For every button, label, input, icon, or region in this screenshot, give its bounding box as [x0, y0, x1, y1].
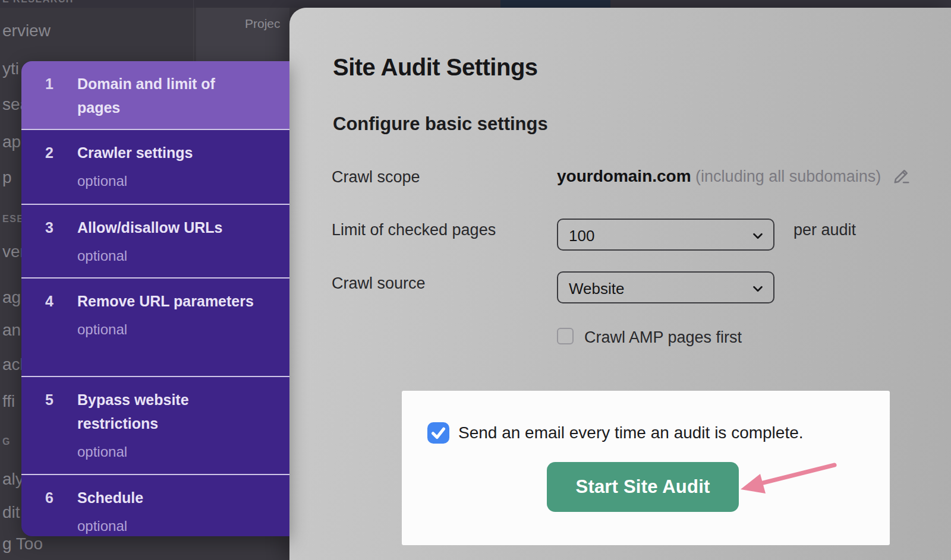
sidebar-fragment: ap [2, 132, 21, 151]
sidebar-fragment: G [2, 436, 11, 447]
step-title: Allow/disallow URLs [77, 216, 262, 239]
step-title: Bypass website restrictions [77, 388, 262, 435]
step-title: Domain and limit of pages [77, 72, 262, 119]
section-heading: Configure basic settings [333, 113, 548, 135]
crawl-source-label: Crawl source [332, 274, 426, 293]
crawl-amp-label: Crawl AMP pages first [584, 328, 742, 347]
email-notify-checkbox[interactable] [427, 422, 449, 444]
step-schedule[interactable]: 6 Schedule optional [21, 474, 289, 536]
edit-pencil-icon[interactable] [893, 167, 911, 189]
active-tab-strip [500, 0, 610, 8]
step-title: Schedule [77, 486, 262, 510]
crawl-scope-note: (including all subdomains) [695, 167, 881, 185]
step-crawler-settings[interactable]: 2 Crawler settings optional [21, 129, 289, 204]
step-bypass-website-restrictions[interactable]: 5 Bypass website restrictions optional [21, 376, 289, 474]
settings-steps-panel: 1 Domain and limit of pages 2 Crawler se… [21, 61, 289, 536]
step-title: Crawler settings [77, 141, 262, 164]
per-audit-suffix: per audit [793, 221, 856, 239]
chevron-down-icon [751, 282, 765, 298]
crawl-source-select[interactable]: Website [557, 271, 774, 303]
step-remove-url-parameters[interactable]: 4 Remove URL parameters optional [21, 277, 289, 376]
step-optional-label: optional [77, 244, 278, 268]
step-number: 4 [21, 289, 77, 313]
step-title: Remove URL parameters [77, 289, 262, 313]
sidebar-fragment: aly [2, 470, 24, 489]
crawl-scope-value: yourdomain.com (including all subdomains… [557, 167, 911, 189]
crawl-scope-domain: yourdomain.com [557, 167, 691, 185]
step-number: 1 [21, 72, 77, 96]
step-optional-label: optional [77, 169, 278, 193]
crawl-amp-checkbox[interactable] [557, 328, 574, 344]
browser-top-strip [0, 0, 951, 8]
page-content-edge [196, 8, 289, 61]
step-number: 6 [21, 486, 77, 510]
projects-tab[interactable]: Projec [245, 17, 281, 31]
page-limit-label: Limit of checked pages [332, 221, 496, 239]
step-allow-disallow-urls[interactable]: 3 Allow/disallow URLs optional [21, 204, 289, 277]
page-limit-selected-value: 100 [569, 227, 594, 245]
step-optional-label: optional [77, 514, 278, 538]
step-domain-and-limit[interactable]: 1 Domain and limit of pages [21, 61, 289, 129]
step-number: 5 [21, 388, 77, 412]
sidebar-fragment: yti [2, 59, 19, 78]
chevron-down-icon [751, 229, 765, 245]
crawl-source-selected-value: Website [569, 280, 624, 298]
step-number: 2 [21, 141, 77, 164]
sidebar-fragment: p [2, 168, 12, 187]
step-number: 3 [21, 216, 77, 239]
sidebar-fragment: g Too [2, 534, 43, 553]
sidebar-fragment: E RESEARCH [2, 0, 74, 5]
modal-title: Site Audit Settings [333, 54, 538, 81]
step-optional-label: optional [77, 440, 278, 464]
step-optional-label: optional [77, 318, 278, 341]
sidebar-divider [193, 0, 194, 61]
highlight-card: Send an email every time an audit is com… [402, 391, 890, 545]
start-site-audit-button[interactable]: Start Site Audit [547, 462, 739, 512]
screenshot-stage: Projec E RESEARCH erview yti sea ap p ES… [0, 0, 951, 560]
site-audit-settings-modal: Site Audit Settings Configure basic sett… [289, 8, 951, 560]
sidebar-fragment: erview [2, 21, 51, 40]
page-limit-select[interactable]: 100 [557, 219, 774, 251]
sidebar-fragment: dit [2, 503, 20, 522]
crawl-scope-label: Crawl scope [332, 168, 420, 186]
sidebar-fragment: ffi [2, 392, 15, 411]
email-notify-label: Send an email every time an audit is com… [458, 423, 804, 442]
